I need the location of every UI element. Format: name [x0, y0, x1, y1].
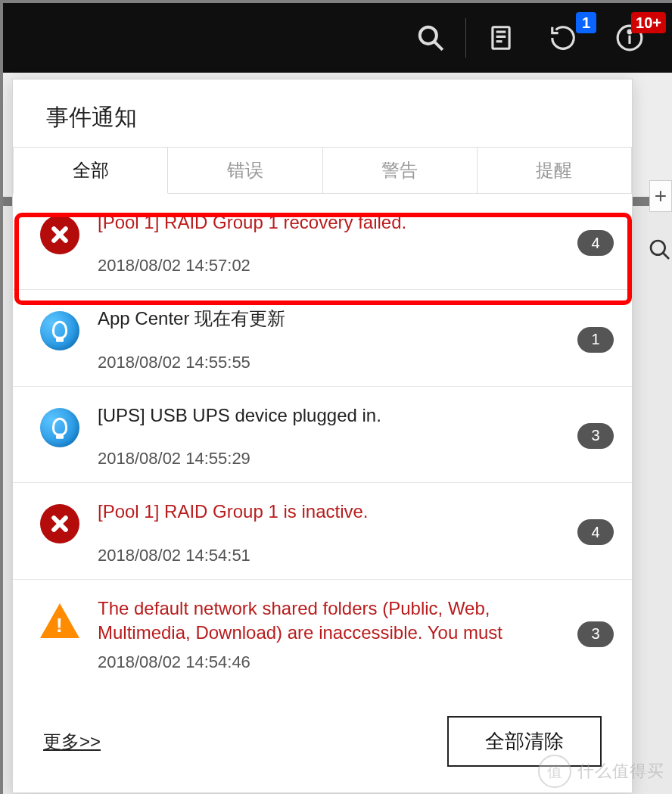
notification-item[interactable]: The default network shared folders (Publ…	[13, 580, 632, 687]
svg-point-9	[651, 241, 665, 255]
panel-title: 事件通知	[13, 79, 632, 147]
notification-message: App Center 现在有更新	[98, 307, 561, 331]
notification-count: 3	[577, 621, 614, 647]
notification-item[interactable]: [UPS] USB UPS device plugged in. 2018/08…	[13, 387, 632, 483]
tab-warn[interactable]: 警告	[323, 148, 478, 194]
notification-count: 4	[577, 519, 614, 545]
refresh-badge: 1	[576, 12, 596, 33]
notification-panel: 事件通知 全部 错误 警告 提醒 [Pool 1] RAID Group 1 r…	[12, 79, 633, 793]
info-icon[interactable]: 10+	[610, 18, 649, 58]
svg-line-1	[435, 42, 443, 50]
notification-timestamp: 2018/08/02 14:57:02	[98, 256, 561, 276]
refresh-icon[interactable]: 1	[543, 18, 583, 58]
info-badge: 10+	[631, 12, 666, 33]
svg-point-0	[420, 27, 437, 44]
notification-timestamp: 2018/08/02 14:54:51	[98, 546, 561, 565]
notification-item[interactable]: App Center 现在有更新 2018/08/02 14:55:55 1	[13, 290, 632, 386]
notification-tabs: 全部 错误 警告 提醒	[13, 147, 632, 194]
watermark: 值 什么值得买	[538, 755, 664, 788]
error-icon	[39, 503, 81, 545]
notification-item[interactable]: [Pool 1] RAID Group 1 recovery failed. 2…	[13, 194, 632, 290]
tab-error[interactable]: 错误	[168, 148, 322, 194]
warning-icon	[39, 599, 81, 642]
top-toolbar: 1 10+	[3, 3, 672, 73]
svg-line-10	[663, 253, 669, 259]
notification-timestamp: 2018/08/02 14:55:55	[98, 353, 561, 372]
error-icon	[39, 213, 81, 256]
tab-info[interactable]: 提醒	[478, 148, 632, 194]
watermark-logo: 值	[538, 755, 571, 788]
notification-message: The default network shared folders (Publ…	[98, 596, 561, 646]
notification-count: 4	[577, 230, 614, 256]
info-bulb-icon	[39, 310, 81, 352]
notification-timestamp: 2018/08/02 14:54:46	[98, 652, 561, 672]
notification-message: [UPS] USB UPS device plugged in.	[98, 403, 561, 428]
notification-timestamp: 2018/08/02 14:55:29	[98, 449, 561, 469]
toolbar-divider	[465, 18, 466, 58]
background-toolbar-peek	[634, 238, 672, 262]
notification-list: [Pool 1] RAID Group 1 recovery failed. 2…	[13, 194, 632, 686]
watermark-text: 什么值得买	[577, 760, 664, 783]
tab-all[interactable]: 全部	[13, 148, 168, 194]
notification-count: 3	[577, 423, 614, 449]
info-bulb-icon	[39, 406, 81, 449]
notification-message: [Pool 1] RAID Group 1 is inactive.	[98, 500, 561, 524]
notification-count: 1	[577, 327, 614, 353]
new-tab-button[interactable]: +	[649, 180, 672, 212]
notification-message: [Pool 1] RAID Group 1 recovery failed.	[98, 210, 561, 235]
notification-item[interactable]: [Pool 1] RAID Group 1 is inactive. 2018/…	[13, 483, 632, 579]
search-icon[interactable]	[411, 18, 450, 58]
more-link[interactable]: 更多>>	[43, 730, 101, 754]
notes-icon[interactable]	[481, 18, 521, 58]
